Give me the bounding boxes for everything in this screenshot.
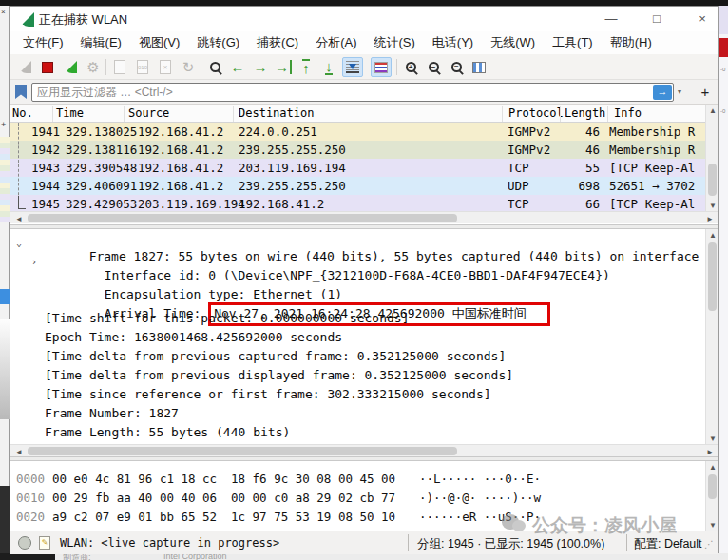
zoom-out-button[interactable]: − [423,57,444,77]
scroll-up-icon[interactable]: ▲ [706,231,718,240]
related-packet-elbow [18,196,26,209]
go-forward-button[interactable]: → [250,57,271,77]
bytes-vscrollbar[interactable]: ▲ ▼ [705,461,718,531]
details-hscrollbar[interactable]: ◄ ► [10,444,718,456]
goto-packet-button[interactable]: → [273,57,294,77]
detail-delta-captured-line[interactable]: [Time delta from previous captured frame… [45,349,506,368]
stop-capture-button[interactable] [37,57,58,77]
menu-wireless[interactable]: 无线(W) [482,31,544,54]
zoom-in-icon: + [406,62,416,72]
capture-options-button[interactable]: ⚙ [83,57,104,77]
close-button[interactable]: × [683,7,721,31]
cell-length: 55 [550,161,600,175]
table-row[interactable]: 1942 329.138116 192.168.41.2 239.255.255… [10,141,705,159]
maximize-button[interactable]: □ [638,7,676,31]
apply-filter-button[interactable]: → [653,85,672,100]
find-packet-button[interactable] [204,57,225,77]
restart-capture-button[interactable] [60,57,81,77]
packet-list-vscrollbar[interactable]: ▲ ▼ [705,105,718,211]
start-capture-button[interactable] [14,57,35,77]
resize-columns-button[interactable] [469,57,489,77]
menu-view[interactable]: 视图(V) [130,31,188,54]
filter-bookmark-icon[interactable] [15,85,27,99]
col-info[interactable]: Info [614,106,642,120]
chevron-down-icon[interactable]: ⌄ [16,238,22,248]
detail-time-reference-line[interactable]: [Time since reference or first frame: 30… [45,387,491,406]
profile-text[interactable]: 配置: Default [634,536,702,552]
scroll-left-icon[interactable]: ◄ [12,448,26,456]
colorize-toggle[interactable] [371,57,392,77]
display-filter-input[interactable] [31,83,674,102]
scrollbar-thumb[interactable] [708,242,717,311]
hex-row[interactable]: 0000 00 e0 4c 81 96 c1 18 cc 18 f6 9c 30… [10,469,705,488]
reload-button[interactable]: ↻ [178,57,199,77]
title-bar[interactable]: 正在捕获 WLAN — □ × [10,7,718,31]
zoom-original-button[interactable]: = [446,57,467,77]
scroll-up-icon[interactable]: ▲ [706,106,719,115]
menu-statistics[interactable]: 统计(S) [365,31,423,54]
detail-frame-number-line[interactable]: Frame Number: 1827 [45,406,179,425]
menu-edit[interactable]: 编辑(E) [72,31,130,54]
scroll-right-icon[interactable]: ► [704,448,716,456]
go-back-button[interactable]: ← [227,57,248,77]
scroll-down-icon[interactable]: ▼ [706,202,719,210]
zoom-in-button[interactable]: + [400,57,421,77]
detail-delta-displayed-line[interactable]: [Time delta from previous displayed fram… [45,368,513,387]
save-file-button[interactable]: 010 [132,57,153,77]
auto-scroll-toggle[interactable] [342,57,363,77]
capture-comment-icon[interactable]: ✎ [39,536,50,550]
scroll-up-icon[interactable]: ▲ [706,463,719,472]
detail-frame-line[interactable]: ⌄Frame 1827: 55 bytes on wire (440 bits)… [29,235,718,254]
hex-row[interactable]: 0010 00 29 fb aa 40 00 40 06 00 00 c0 a8… [10,488,705,507]
table-row[interactable]: 1943 329.390548 192.168.41.2 203.119.169… [10,159,705,177]
detail-interface-line[interactable]: ›Interface id: 0 (\Device\NPF_{3212100D-… [45,254,610,273]
go-last-packet-button[interactable]: ↓ [318,57,339,77]
menu-tools[interactable]: 工具(T) [544,31,602,54]
col-destination[interactable]: Destination [239,106,314,120]
minimize-button[interactable]: — [592,7,630,31]
cell-length: 698 [550,179,600,193]
filter-dropdown-caret-icon[interactable]: ▾ [674,85,685,100]
menu-capture[interactable]: 捕获(C) [248,31,307,54]
hex-bytes: 00 29 fb aa 40 00 40 06 [52,491,217,505]
scrollbar-thumb[interactable] [28,214,457,222]
details-vscrollbar[interactable]: ▲ ▼ [705,229,718,444]
menu-go[interactable]: 跳转(G) [188,31,248,54]
close-file-button[interactable]: ✕ [155,57,176,77]
scrollbar-thumb[interactable] [28,447,457,455]
menu-telephony[interactable]: 电话(Y) [424,31,482,54]
cell-time: 329.406091 [66,179,137,193]
table-row[interactable]: 1941 329.138025 192.168.41.2 224.0.0.251… [10,123,705,141]
detail-frame-length-line[interactable]: Frame Length: 55 bytes (440 bits) [45,425,290,444]
scroll-down-icon[interactable]: ▼ [706,434,718,443]
detail-arrival-time-line[interactable]: Arrival Time: Nov 27, 2021 16:24:28.4256… [45,292,550,311]
detail-text: Frame Length: 55 bytes (440 bits) [45,425,290,439]
table-row[interactable]: 1944 329.406091 192.168.41.2 239.255.255… [10,177,705,195]
chevron-right-icon[interactable]: › [31,257,37,267]
scrollbar-thumb[interactable] [708,164,717,196]
scroll-down-icon[interactable]: ▼ [706,521,719,530]
go-first-packet-button[interactable]: ↑ [296,57,316,77]
col-time[interactable]: Time [56,106,84,120]
expert-info-icon[interactable] [18,536,31,550]
scroll-left-icon[interactable]: ◄ [12,215,26,223]
detail-encapsulation-line[interactable]: Encapsulation type: Ethernet (1) [45,273,342,292]
capture-status-text: WLAN: <live capture in progress> [60,536,279,550]
resize-grip-icon[interactable]: ⋰ [704,539,714,550]
scrollbar-thumb[interactable] [708,474,717,499]
col-protocol[interactable]: Protocol [508,106,564,120]
menu-file[interactable]: 文件(F) [14,31,72,54]
col-source[interactable]: Source [128,106,169,120]
col-no[interactable]: No. [12,106,33,120]
col-length[interactable]: Length [565,106,605,120]
add-filter-button[interactable]: + [697,83,714,102]
packet-list-hscrollbar[interactable]: ◄ ► [10,211,718,223]
cell-time: 329.429053 [66,197,137,211]
scroll-right-icon[interactable]: ► [704,215,716,223]
cell-info: [TCP Keep-Al [609,197,705,211]
menu-analyze[interactable]: 分析(A) [307,31,365,54]
detail-time-shift-line[interactable]: [Time shift for this packet: 0.000000000… [45,311,410,330]
detail-epoch-time-line[interactable]: Epoch Time: 1638001468.425692000 seconds [45,330,342,349]
open-file-button[interactable] [109,57,130,77]
menu-help[interactable]: 帮助(H) [602,31,661,54]
